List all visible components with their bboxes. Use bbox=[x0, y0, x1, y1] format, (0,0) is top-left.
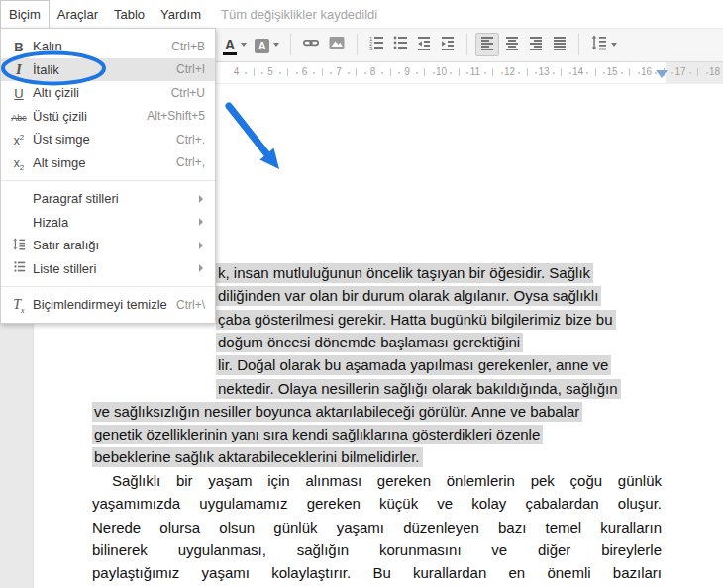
ruler-tick bbox=[621, 72, 623, 74]
document-text-line[interactable]: bilinerek uygulanması, sağlığın korunmas… bbox=[92, 539, 662, 560]
ruler-tick bbox=[450, 72, 452, 74]
ruler-tick bbox=[501, 72, 503, 74]
numbered-list-button[interactable]: 123 bbox=[365, 33, 387, 56]
ruler-tick bbox=[689, 72, 691, 74]
justify-button[interactable] bbox=[549, 33, 570, 56]
bulleted-list-button[interactable] bbox=[389, 33, 411, 56]
ruler-tick bbox=[287, 68, 288, 76]
menu-item-kalın[interactable]: BKalınCtrl+B bbox=[1, 35, 215, 58]
ruler-tick bbox=[484, 72, 486, 74]
ruler-tick bbox=[313, 72, 315, 74]
shortcut-label: Ctrl+I bbox=[176, 62, 205, 76]
line-spacing-icon bbox=[590, 35, 607, 54]
italic-icon: I bbox=[7, 60, 31, 78]
clear-format-icon: Tx bbox=[7, 295, 31, 315]
ruler-number: 15 bbox=[606, 66, 617, 77]
ruler-tick bbox=[322, 68, 323, 76]
toolbar-separator bbox=[578, 34, 579, 55]
underline-icon: U bbox=[7, 84, 31, 102]
save-status[interactable]: Tüm değişiklikler kaydedildi bbox=[221, 0, 377, 28]
ruler-tick bbox=[595, 68, 596, 76]
insert-link-button[interactable] bbox=[299, 33, 323, 56]
format-menu-dropdown: BKalınCtrl+BIİtalikCtrl+IUAltı çiziliCtr… bbox=[0, 28, 216, 324]
menu-item-alt-simge[interactable]: x2Alt simgeCtrl+, bbox=[1, 151, 215, 175]
ruler-number: 11 bbox=[470, 66, 480, 77]
document-text-line[interactable]: Nerede olursa olsun günlük yaşamı düzenl… bbox=[92, 517, 662, 538]
document-text-line[interactable]: yaşamımızda uygulamamız gereken küçük ve… bbox=[92, 493, 662, 514]
toolbar-separator bbox=[466, 34, 467, 55]
selected-text-line[interactable]: genetik özelliklerinin yanı sıra kendi s… bbox=[92, 424, 543, 444]
menu-item-biçimlendirmeyi-temizle[interactable]: TxBiçimlendirmeyi temizleCtrl+\ bbox=[1, 293, 215, 317]
selected-text-line[interactable]: çaba gösterilmesi gerekir. Hatta bugünkü… bbox=[216, 309, 616, 330]
ruler-tick bbox=[416, 72, 418, 74]
menu-item-satır-aralığı[interactable]: Satır aralığı bbox=[1, 234, 215, 257]
ruler-number: 13 bbox=[538, 66, 549, 77]
ruler-number: 10 bbox=[436, 66, 447, 77]
selected-text-line[interactable]: k, insan mutluluğunun öncelik taşıyan bi… bbox=[216, 262, 593, 283]
ruler-tick bbox=[261, 72, 263, 74]
ruler-number: 18 bbox=[709, 66, 720, 77]
toolbar-separator bbox=[357, 34, 358, 55]
ruler-number: 6 bbox=[302, 66, 308, 77]
increase-indent-icon bbox=[440, 35, 456, 54]
selected-text-line[interactable]: bebeklerine sağlık aktarabileceklerini b… bbox=[92, 446, 423, 467]
ruler-number: 5 bbox=[267, 66, 273, 77]
ruler-tick bbox=[398, 72, 400, 74]
justify-icon bbox=[552, 35, 568, 54]
text-color-button[interactable]: A bbox=[220, 33, 250, 56]
right-indent-marker-icon[interactable] bbox=[656, 70, 668, 78]
align-left-button[interactable] bbox=[475, 33, 499, 56]
ruler-tick bbox=[527, 68, 528, 76]
increase-indent-button[interactable] bbox=[437, 33, 459, 56]
shortcut-label: Ctrl+B bbox=[171, 40, 205, 53]
ruler-number: 7 bbox=[336, 66, 342, 77]
ruler-tick bbox=[553, 72, 555, 74]
ruler-tick bbox=[466, 72, 468, 74]
selected-text-line[interactable]: diliğinden var olan bir durum olarak alg… bbox=[216, 285, 601, 306]
ruler-tick bbox=[638, 72, 640, 74]
text-color-icon: A bbox=[223, 36, 237, 53]
line-spacing-button[interactable] bbox=[587, 33, 620, 56]
insert-image-button[interactable] bbox=[325, 33, 349, 56]
ruler-tick bbox=[433, 72, 435, 74]
ruler-tick bbox=[381, 72, 383, 74]
ruler-tick bbox=[629, 68, 630, 76]
superscript-icon: x2 bbox=[7, 131, 31, 148]
ruler-tick bbox=[348, 72, 350, 74]
menu-item-liste-stilleri[interactable]: Liste stilleri bbox=[1, 257, 215, 281]
ruler-tick bbox=[492, 68, 493, 76]
ruler-number: 8 bbox=[370, 66, 376, 77]
ruler-number: 17 bbox=[674, 66, 685, 77]
menu-tablo[interactable]: Tablo bbox=[106, 0, 153, 28]
selected-text-line[interactable]: nektedir. Olaya nesillerin sağlığı olara… bbox=[216, 378, 621, 399]
chevron-down-icon bbox=[241, 43, 247, 47]
svg-text:3: 3 bbox=[369, 46, 373, 51]
shortcut-label: Ctrl+, bbox=[176, 155, 205, 169]
insert-link-icon bbox=[302, 34, 320, 55]
menu-item-i-talik[interactable]: IİtalikCtrl+I bbox=[1, 58, 215, 82]
highlight-color-button[interactable]: A bbox=[252, 33, 282, 56]
document-text-line[interactable]: Sağlıklı bir yaşam için alınması gereken… bbox=[92, 470, 662, 491]
decrease-indent-button[interactable] bbox=[413, 33, 435, 56]
ruler-tick bbox=[254, 68, 255, 76]
menu-item-üstü-çizili[interactable]: AbcÜstü çiziliAlt+Shift+5 bbox=[1, 105, 215, 129]
align-right-button[interactable] bbox=[525, 33, 547, 56]
menu-araclar[interactable]: Araçlar bbox=[50, 0, 106, 28]
selected-text-line[interactable]: doğum öncesi dönemde başlaması gerektiği… bbox=[216, 332, 523, 352]
document-text-line[interactable]: paylaştığımız yaşamı kolaylaştırır. Bu k… bbox=[92, 562, 662, 583]
menu-item-üst-simge[interactable]: x2Üst simgeCtrl+. bbox=[1, 128, 215, 151]
menu-bicim[interactable]: Biçim bbox=[0, 0, 50, 29]
selected-text-line[interactable]: ve sağlıksızlığın nesiller boyunca aktar… bbox=[92, 401, 582, 422]
menu-item-hizala[interactable]: Hizala bbox=[1, 211, 215, 235]
chevron-down-icon bbox=[273, 43, 279, 47]
menu-yardim[interactable]: Yardım bbox=[153, 0, 209, 28]
subscript-icon: x2 bbox=[7, 153, 31, 172]
menu-separator bbox=[1, 286, 215, 287]
selected-text-line[interactable]: lir. Doğal olarak bu aşamada yapılması g… bbox=[216, 354, 611, 375]
menu-item-paragraf-stilleri[interactable]: Paragraf stilleri bbox=[1, 187, 215, 211]
align-center-button[interactable] bbox=[501, 33, 523, 56]
shortcut-label: Ctrl+. bbox=[176, 133, 205, 147]
ruler-tick bbox=[330, 72, 332, 74]
strikethrough-icon: Abc bbox=[7, 107, 31, 125]
menu-item-altı-çizili[interactable]: UAltı çiziliCtrl+U bbox=[1, 81, 215, 105]
